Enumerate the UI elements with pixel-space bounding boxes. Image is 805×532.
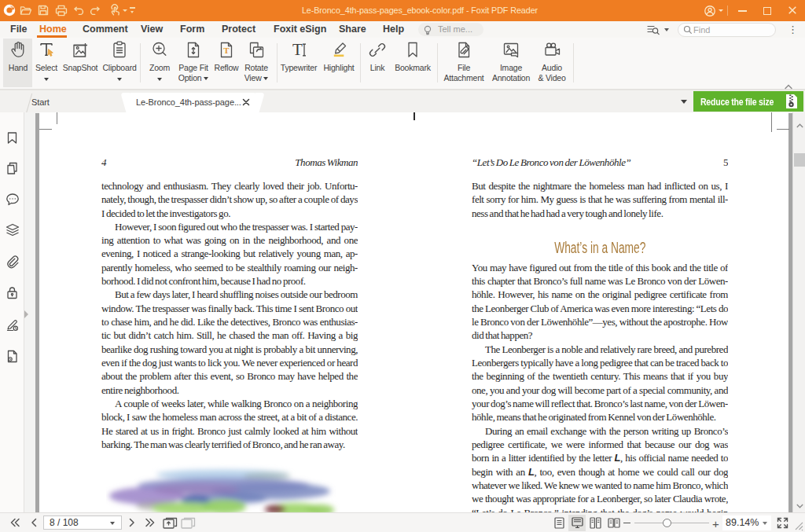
svg-text:T: T [223, 46, 230, 55]
svg-text:T: T [292, 40, 303, 59]
